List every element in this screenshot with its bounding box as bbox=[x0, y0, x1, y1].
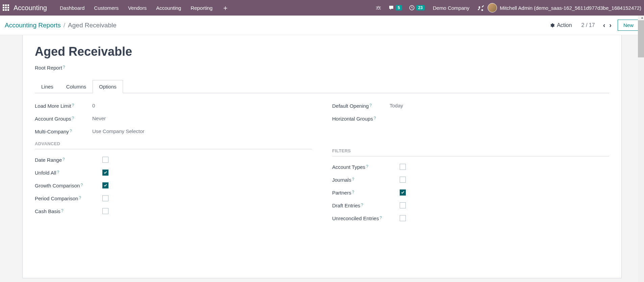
help-icon[interactable]: ? bbox=[352, 190, 354, 195]
label-multi-company: Multi-Company bbox=[35, 129, 69, 134]
pager-text[interactable]: 2 / 17 bbox=[581, 22, 595, 28]
user-name: Mitchell Admin (demo_saas-162_5611d977d3… bbox=[500, 5, 641, 11]
page-title: Aged Receivable bbox=[35, 45, 609, 59]
advanced-unfold-all-label: Unfold All bbox=[35, 170, 56, 176]
bug-icon[interactable] bbox=[372, 5, 385, 11]
value-account-groups[interactable]: Never bbox=[92, 116, 106, 121]
advanced-cash-basis-label: Cash Basis bbox=[35, 208, 60, 214]
help-icon[interactable]: ? bbox=[63, 157, 65, 162]
section-filters: FILTERS bbox=[332, 148, 609, 156]
advanced-growth-comparison-checkbox[interactable] bbox=[102, 182, 108, 188]
label-account-groups: Account Groups bbox=[35, 116, 71, 122]
filter-journals-label: Journals bbox=[332, 177, 351, 183]
scrollbar-thumb[interactable] bbox=[638, 20, 644, 57]
root-report-label: Root Report bbox=[35, 65, 62, 71]
tab-lines[interactable]: Lines bbox=[35, 80, 60, 93]
help-icon[interactable]: ? bbox=[63, 65, 65, 70]
filter-unreconciled-entries-label: Unreconciled Entries bbox=[332, 215, 379, 221]
breadcrumb-current: Aged Receivable bbox=[68, 22, 117, 29]
nav-dashboard[interactable]: Dashboard bbox=[55, 2, 89, 14]
label-load-more-limit: Load More Limit bbox=[35, 103, 71, 109]
activities-icon[interactable]: 23 bbox=[405, 5, 428, 11]
help-icon[interactable]: ? bbox=[352, 177, 354, 182]
section-advanced: ADVANCED bbox=[35, 141, 312, 149]
form-sheet: Aged Receivable Root Report? Lines Colum… bbox=[22, 35, 622, 278]
nav-customers[interactable]: Customers bbox=[89, 2, 123, 14]
add-icon[interactable]: ＋ bbox=[217, 2, 233, 14]
activities-badge: 23 bbox=[416, 5, 425, 10]
pager-next-icon[interactable]: › bbox=[607, 21, 614, 29]
action-dropdown[interactable]: Action bbox=[546, 20, 575, 30]
filter-partners-label: Partners bbox=[332, 190, 351, 196]
advanced-cash-basis-checkbox[interactable] bbox=[102, 208, 108, 214]
filter-account-types-checkbox[interactable] bbox=[400, 164, 406, 170]
tools-icon[interactable] bbox=[474, 4, 488, 11]
label-horizontal-groups: Horizontal Groups bbox=[332, 116, 373, 122]
tabs: Lines Columns Options bbox=[35, 80, 609, 93]
nav-accounting[interactable]: Accounting bbox=[151, 2, 186, 14]
gear-icon bbox=[549, 23, 555, 28]
advanced-unfold-all-checkbox[interactable] bbox=[102, 170, 108, 176]
help-icon[interactable]: ? bbox=[79, 196, 81, 200]
filter-partners-checkbox[interactable] bbox=[400, 189, 406, 196]
help-icon[interactable]: ? bbox=[61, 208, 64, 213]
help-icon[interactable]: ? bbox=[374, 116, 376, 121]
filter-draft-entries-label: Draft Entries bbox=[332, 203, 360, 208]
tab-columns[interactable]: Columns bbox=[60, 80, 93, 93]
new-button[interactable]: New bbox=[618, 20, 639, 31]
breadcrumb-parent[interactable]: Accounting Reports bbox=[5, 22, 61, 29]
advanced-growth-comparison-label: Growth Comparison bbox=[35, 183, 80, 188]
pager-prev-icon[interactable]: ‹ bbox=[601, 21, 608, 29]
control-bar: Accounting Reports / Aged Receivable Act… bbox=[0, 16, 644, 35]
filter-account-types-label: Account Types bbox=[332, 164, 365, 170]
action-label: Action bbox=[557, 22, 572, 28]
filter-journals-checkbox[interactable] bbox=[400, 177, 406, 183]
advanced-date-range-checkbox[interactable] bbox=[102, 157, 108, 163]
label-default-opening: Default Opening bbox=[332, 103, 369, 109]
top-navbar: Accounting Dashboard Customers Vendors A… bbox=[0, 0, 644, 16]
filter-draft-entries-checkbox[interactable] bbox=[400, 202, 406, 208]
help-icon[interactable]: ? bbox=[379, 215, 382, 220]
scrollbar[interactable]: ▴ bbox=[638, 16, 644, 278]
nav-vendors[interactable]: Vendors bbox=[123, 2, 151, 14]
messages-badge: 5 bbox=[396, 5, 402, 10]
help-icon[interactable]: ? bbox=[70, 129, 72, 133]
nav-reporting[interactable]: Reporting bbox=[186, 2, 217, 14]
filter-unreconciled-entries-checkbox[interactable] bbox=[400, 215, 406, 221]
help-icon[interactable]: ? bbox=[369, 103, 372, 108]
value-load-more-limit[interactable]: 0 bbox=[92, 103, 95, 108]
help-icon[interactable]: ? bbox=[72, 116, 74, 121]
breadcrumb-separator: / bbox=[64, 22, 65, 29]
value-multi-company[interactable]: Use Company Selector bbox=[92, 128, 144, 134]
advanced-period-comparison-checkbox[interactable] bbox=[102, 195, 108, 201]
avatar bbox=[488, 3, 497, 12]
help-icon[interactable]: ? bbox=[57, 170, 59, 175]
help-icon[interactable]: ? bbox=[361, 203, 363, 207]
help-icon[interactable]: ? bbox=[366, 164, 368, 169]
apps-icon[interactable] bbox=[3, 4, 9, 11]
scroll-up-icon[interactable]: ▴ bbox=[641, 16, 643, 19]
user-menu[interactable]: Mitchell Admin (demo_saas-162_5611d977d3… bbox=[488, 3, 641, 12]
value-default-opening[interactable]: Today bbox=[390, 103, 403, 108]
messages-icon[interactable]: 5 bbox=[385, 5, 405, 11]
help-icon[interactable]: ? bbox=[72, 103, 74, 108]
tab-options[interactable]: Options bbox=[93, 80, 123, 93]
advanced-date-range-label: Date Range bbox=[35, 157, 62, 163]
help-icon[interactable]: ? bbox=[80, 183, 83, 187]
advanced-period-comparison-label: Period Comparison bbox=[35, 196, 78, 201]
app-brand[interactable]: Accounting bbox=[14, 4, 47, 12]
company-selector[interactable]: Demo Company bbox=[428, 5, 474, 11]
